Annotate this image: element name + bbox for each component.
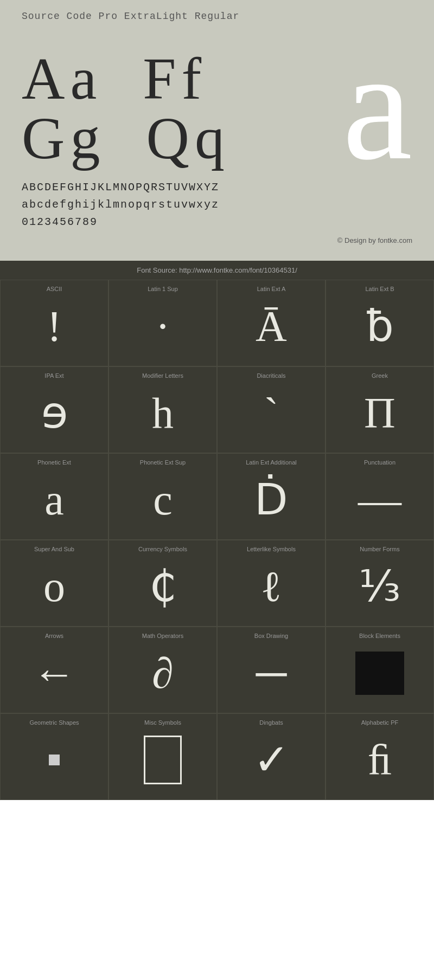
char-symbol bbox=[49, 728, 60, 791]
char-label: Number Forms bbox=[360, 546, 399, 552]
char-label: Diacriticals bbox=[257, 372, 285, 379]
lowercase-alphabet: abcdefghijklmnopqrstuvwxyz bbox=[22, 196, 412, 214]
char-cell: Letterlike Symbolsℓ bbox=[217, 540, 326, 627]
char-cell: Box Drawing─ bbox=[217, 627, 326, 713]
char-symbol: ∂ bbox=[152, 642, 174, 705]
char-symbol: · bbox=[157, 295, 168, 358]
char-cell: Arrows← bbox=[0, 627, 108, 713]
char-symbol: ─ bbox=[256, 642, 287, 705]
character-grid: ASCII!Latin 1 Sup·Latin Ext AĀLatin Ext … bbox=[0, 280, 434, 800]
char-label: Currency Symbols bbox=[138, 546, 187, 552]
char-cell: Phonetic Exta bbox=[0, 453, 108, 540]
char-symbol: c bbox=[153, 468, 173, 531]
char-symbol: o bbox=[43, 555, 65, 618]
char-cell: Latin Ext AdditionalḊ bbox=[217, 453, 326, 540]
digits: 0123456789 bbox=[22, 214, 412, 231]
char-symbol: ✓ bbox=[253, 728, 290, 791]
char-cell: Misc Symbols bbox=[108, 713, 217, 800]
char-cell: Currency Symbols₵ bbox=[108, 540, 217, 627]
char-label: Geometric Shapes bbox=[29, 719, 79, 726]
char-cell: Latin Ext Bƀ bbox=[326, 280, 434, 366]
char-symbol: h bbox=[152, 382, 174, 444]
char-cell: IPA Extɘ bbox=[0, 366, 108, 453]
char-label: Dingbats bbox=[259, 719, 283, 726]
hero-row1: Aa Ff bbox=[22, 49, 230, 108]
char-label: Latin Ext Additional bbox=[246, 459, 297, 466]
char-cell: Phonetic Ext Supc bbox=[108, 453, 217, 540]
char-cell: Number Forms⅓ bbox=[326, 540, 434, 627]
char-label: IPA Ext bbox=[44, 372, 63, 379]
small-black-square-icon bbox=[49, 755, 60, 765]
char-symbol: — bbox=[358, 468, 401, 531]
char-symbol: Ḋ bbox=[254, 468, 288, 531]
char-cell: Diacriticals` bbox=[217, 366, 326, 453]
char-symbol: ⅓ bbox=[359, 555, 401, 618]
char-cell: Alphabetic PFﬁ bbox=[326, 713, 434, 800]
hero-left: Aa Ff Gg Qq bbox=[22, 49, 230, 168]
char-label: Misc Symbols bbox=[144, 719, 181, 726]
char-label: Phonetic Ext bbox=[37, 459, 71, 466]
char-label: Phonetic Ext Sup bbox=[140, 459, 186, 466]
char-label: Greek bbox=[372, 372, 388, 379]
char-label: Latin Ext B bbox=[365, 286, 394, 292]
char-label: Math Operators bbox=[142, 633, 183, 639]
char-symbol bbox=[144, 728, 182, 791]
char-symbol: ﬁ bbox=[368, 728, 392, 791]
char-symbol: ! bbox=[47, 295, 62, 358]
char-label: ASCII bbox=[47, 286, 62, 292]
char-label: Punctuation bbox=[364, 459, 395, 466]
char-label: Modifier Letters bbox=[142, 372, 183, 379]
char-cell: Block Elements bbox=[326, 627, 434, 713]
char-symbol: ƀ bbox=[366, 295, 394, 358]
top-section: Source Code Pro ExtraLight Regular Aa Ff… bbox=[0, 0, 434, 261]
char-label: Latin Ext A bbox=[257, 286, 286, 292]
char-cell: Punctuation— bbox=[326, 453, 434, 540]
char-cell: ASCII! bbox=[0, 280, 108, 366]
char-symbol: ` bbox=[264, 382, 279, 444]
black-square-icon bbox=[355, 652, 404, 695]
char-symbol: Ā bbox=[256, 295, 287, 358]
char-cell: Math Operators∂ bbox=[108, 627, 217, 713]
char-cell: GreekΠ bbox=[326, 366, 434, 453]
char-symbol: ← bbox=[33, 642, 76, 705]
char-cell: Modifier Lettersh bbox=[108, 366, 217, 453]
rect-outline-icon bbox=[144, 736, 182, 784]
char-cell: Latin Ext AĀ bbox=[217, 280, 326, 366]
hero-row2: Gg Qq bbox=[22, 108, 230, 168]
char-label: Super And Sub bbox=[34, 546, 74, 552]
char-symbol bbox=[355, 642, 404, 705]
hero-big-letter: a bbox=[342, 27, 412, 184]
char-cell: Dingbats✓ bbox=[217, 713, 326, 800]
char-label: Block Elements bbox=[359, 633, 400, 639]
copyright-text: © Design by fontke.com bbox=[22, 236, 412, 244]
char-label: Box Drawing bbox=[254, 633, 288, 639]
char-symbol: ₵ bbox=[149, 555, 177, 618]
char-label: Arrows bbox=[45, 633, 63, 639]
char-symbol: a bbox=[44, 468, 64, 531]
hero-letters: Aa Ff Gg Qq a bbox=[22, 27, 412, 168]
char-symbol: ɘ bbox=[41, 382, 68, 444]
char-label: Alphabetic PF bbox=[361, 719, 398, 726]
char-symbol: Π bbox=[364, 382, 395, 444]
char-cell: Geometric Shapes bbox=[0, 713, 108, 800]
char-cell: Latin 1 Sup· bbox=[108, 280, 217, 366]
char-label: Letterlike Symbols bbox=[247, 546, 296, 552]
char-symbol: ℓ bbox=[261, 555, 282, 618]
char-cell: Super And Subo bbox=[0, 540, 108, 627]
font-source: Font Source: http://www.fontke.com/font/… bbox=[0, 261, 434, 280]
char-label: Latin 1 Sup bbox=[148, 286, 178, 292]
dark-section: Font Source: http://www.fontke.com/font/… bbox=[0, 261, 434, 800]
